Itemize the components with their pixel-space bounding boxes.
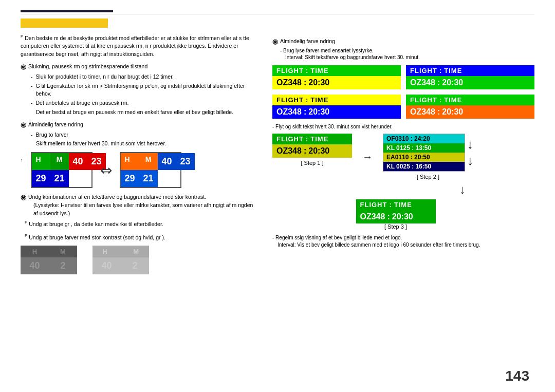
main-content: P Den bedste m de at beskytte produktet …	[21, 33, 534, 366]
fd2-bottom: OZ348 : 20:30	[406, 76, 534, 89]
bullet-item: - G til Egenskaber for sk rm > Strlmfors…	[31, 82, 257, 99]
lc-row-header-2: H M	[92, 246, 149, 257]
cb-r1-blue: 40	[158, 153, 176, 170]
step-arrow-down: ↓	[391, 182, 534, 197]
color-box-1-row2: 29 21	[32, 170, 69, 187]
right-sub2: Interval: Skift tekstfarve og baggrundsf…	[272, 54, 534, 60]
swap-arrow: ⇔	[100, 162, 112, 179]
step3-top: FLIGHT : TIME	[356, 199, 436, 210]
fd3-top: FLIGHT : TIME	[272, 95, 401, 105]
step1-box: FLIGHT : TIME OZ348 : 20:30 [ Step 1 ]	[272, 134, 352, 166]
step2-arrows: ↓ ↓	[467, 138, 473, 167]
bullet-p2: P Undg at bruge farver med stor kontrast…	[21, 233, 257, 241]
bottom-note1: - Regelm ssig visning af et bev geligt b…	[272, 235, 534, 240]
section3-sub: (Lysstyrke: Henviser til en farves lyse …	[28, 201, 257, 218]
lc-row-data-2: 40 2	[92, 257, 149, 274]
lc-box-1: H M 40 2	[21, 246, 77, 274]
scroll-note: - Flyt og skift tekst hvert 30. minut so…	[272, 124, 534, 129]
flight-display-4: FLIGHT : TIME OZ348 : 20:30	[406, 95, 534, 119]
right-sub1: - Brug lyse farver med ensartet lysstyrk…	[272, 48, 534, 53]
scroll-row-2: KL 0125 : 13:50	[383, 143, 465, 153]
fd1-bottom: OZ348 : 20:30	[272, 76, 401, 89]
step2-content: OF0310 : 24:20 KL 0125 : 13:50 EA0110 : …	[383, 134, 473, 172]
sub2-text: Skift mellem to farver hvert 30. minut s…	[31, 140, 257, 148]
right-section1-icon: ㊙	[272, 38, 278, 46]
fd3-bottom: OZ348 : 20:30	[272, 105, 401, 119]
fd2-top: FLIGHT : TIME	[406, 65, 534, 76]
low-contrast-area: H M 40 2 H M 40 2	[21, 246, 257, 274]
bullet-sub: Det er bedst at bruge en pausesk rm med …	[31, 108, 257, 117]
right-column: ㊙ Almindelig farve ndring - Brug lyse fa…	[272, 33, 534, 366]
section2-head: ㊙ Almindelig farve ndring	[21, 121, 257, 129]
cb-b2-blue: 21	[139, 170, 158, 187]
right-section1-head: ㊙ Almindelig farve ndring	[272, 38, 534, 46]
section2-text: Almindelig farve ndring	[28, 121, 83, 129]
step1-top: FLIGHT : TIME	[272, 134, 352, 144]
demo-label-right: ↑	[189, 157, 192, 163]
intro-paragraph: P Den bedste m de at beskytte produktet …	[21, 33, 257, 59]
bullet-item: - Det anbefales at bruge en pausesk rm.	[31, 99, 257, 107]
lc-h2: M	[49, 246, 77, 257]
section1-head: ㊙ Slukning, pausesk rm og strlmbesparend…	[21, 63, 257, 71]
lc-h1-2: H	[92, 246, 117, 257]
fd1-top: FLIGHT : TIME	[272, 65, 401, 76]
cb-h1: H	[32, 153, 50, 170]
section1-text: Slukning, pausesk rm og strlmbesparende …	[28, 63, 147, 71]
cb-b1: 29	[32, 170, 50, 187]
scroll-row-1: OF0310 : 24:20	[383, 134, 465, 143]
flight-display-grid-top: FLIGHT : TIME OZ348 : 20:30 FLIGHT : TIM…	[272, 65, 534, 119]
bullet-item: - Sluk for produktet i to timer, n r du …	[31, 73, 257, 81]
yellow-highlight-bar	[21, 18, 108, 28]
scroll-arrow-1: ↓	[467, 138, 473, 151]
section2-bullets: - Brug to farver Skift mellem to farver …	[21, 131, 257, 148]
scroll-row-4: KL 0025 : 16:50	[383, 162, 465, 171]
section1-icon: ㊙	[21, 63, 26, 71]
fd4-bottom: OZ348 : 20:30	[406, 105, 534, 119]
step1-flight-display: FLIGHT : TIME OZ348 : 20:30	[272, 134, 352, 158]
right-top-section: ㊙ Almindelig farve ndring - Brug lyse fa…	[272, 38, 534, 60]
step1-bottom: OZ348 : 20:30	[272, 144, 352, 158]
section3-icon: ㊙	[21, 194, 26, 201]
lc-row-data: 40 2	[21, 257, 77, 274]
top-line-gray	[21, 14, 534, 14]
color-box-2: H M 40 23 29 21	[120, 152, 181, 188]
bullet-p1: P Undg at bruge gr , da dette kan medvir…	[21, 219, 257, 228]
step1-label: [ Step 1 ]	[301, 160, 323, 166]
cb-b1-blue: 29	[121, 170, 139, 187]
bottom-note2: Interval: Vis et bev geligt billede samm…	[272, 242, 534, 248]
color-box-1: H M 40 23 29 21	[31, 152, 92, 188]
flight-display-1: FLIGHT : TIME OZ348 : 20:30	[272, 65, 401, 89]
step-arrow-1-2: →	[362, 151, 373, 163]
step2-scroll: OF0310 : 24:20 KL 0125 : 13:50 EA0110 : …	[383, 134, 465, 172]
lc-r2: 2	[49, 257, 77, 274]
section2-icon: ㊙	[21, 121, 26, 129]
cb-h1-orange: H	[121, 153, 139, 170]
lc-r2-2: 2	[121, 257, 149, 274]
bullet-item: - Brug to farver	[31, 131, 257, 139]
step3-label: [ Step 3 ]	[384, 223, 407, 230]
step3-flight-display: FLIGHT : TIME OZ348 : 20:30	[356, 199, 436, 223]
cb-r2-blue: 23	[176, 153, 195, 170]
section3-texts: Undg kombinationer af en tekstfarve og b…	[28, 193, 257, 217]
lc-h2-2: M	[117, 246, 149, 257]
step3-bottom: OZ348 : 20:30	[356, 210, 436, 223]
lc-h1: H	[21, 246, 49, 257]
lc-r1: 40	[21, 257, 49, 274]
step2-label: [ Step 2 ]	[417, 174, 439, 180]
scroll-arrow-2: ↓	[467, 155, 473, 167]
step3-box: FLIGHT : TIME OZ348 : 20:30 [ Step 3 ]	[355, 199, 437, 230]
cb-r1: 40	[69, 153, 87, 170]
color-box-1-header: H M	[32, 153, 69, 170]
cb-h2: M	[50, 153, 69, 170]
fd4-top: FLIGHT : TIME	[406, 95, 534, 105]
page-number: 143	[505, 368, 529, 384]
color-demo-area: ↑ H M 40 23 29 21 ⇔	[21, 152, 257, 188]
lc-box-2: H M 40 2	[92, 246, 149, 274]
step2-box: OF0310 : 24:20 KL 0125 : 13:50 EA0110 : …	[383, 134, 473, 180]
section3-text: Undg kombinationer af en tekstfarve og b…	[28, 193, 257, 201]
color-box-2-header: H M	[121, 153, 158, 170]
section1-bullets: - Sluk for produktet i to timer, n r du …	[21, 73, 257, 117]
demo-label-left: ↑	[21, 157, 23, 163]
section3-head: ㊙ Undg kombinationer af en tekstfarve og…	[21, 193, 257, 217]
lc-row-header: H M	[21, 246, 77, 257]
